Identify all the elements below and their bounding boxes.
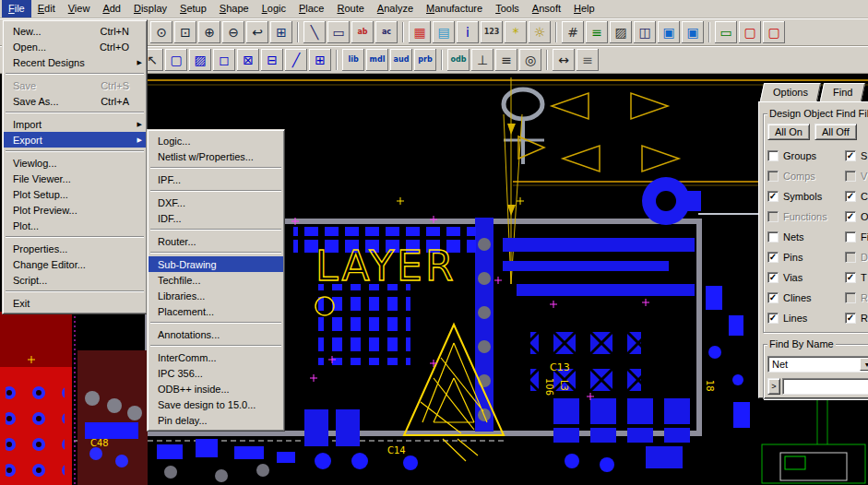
file-menu-item-exit[interactable]: Exit — [4, 295, 146, 311]
menu-place[interactable]: Place — [292, 0, 331, 18]
export-menu-item-dxf[interactable]: DXF... — [149, 195, 283, 210]
find-by-name-input[interactable] — [782, 378, 868, 395]
via-grid-button[interactable]: ⊞ — [309, 49, 331, 71]
zoom-world-button[interactable]: ⊞ — [270, 21, 292, 43]
zoom-in-button[interactable]: ⊕ — [198, 21, 220, 43]
export-menu-item-netlist-w-properties[interactable]: Netlist w/Properties... — [149, 148, 283, 164]
element-info-button[interactable]: i — [457, 21, 479, 43]
zoom-fit-button[interactable]: ⊡ — [174, 21, 196, 43]
grid-toggle-button[interactable]: # — [562, 21, 584, 43]
file-menu-item-plot-preview[interactable]: Plot Preview... — [4, 202, 146, 218]
find-panel-toggle-button[interactable]: ▣ — [682, 21, 704, 43]
menu-file[interactable]: File — [2, 0, 31, 18]
drill-tool-button[interactable]: ⊥ — [471, 49, 493, 71]
file-menu-item-recent-designs[interactable]: Recent Designs▶ — [4, 54, 146, 70]
filter-checkbox-nets-col2[interactable] — [845, 231, 856, 243]
menu-analyze[interactable]: Analyze — [371, 0, 420, 18]
zoom-previous-button[interactable]: ↩ — [246, 21, 268, 43]
menu-add[interactable]: Add — [96, 0, 127, 18]
library-lib-button[interactable]: lib — [342, 49, 364, 71]
filter-checkbox-vias[interactable]: ✓ — [767, 272, 779, 283]
add-line-button[interactable]: ╲ — [303, 21, 326, 43]
export-menu-item-placement[interactable]: Placement... — [149, 303, 283, 319]
options-gear-button[interactable]: ☼ — [529, 21, 551, 43]
split-plane-button[interactable]: ⊟ — [261, 49, 283, 71]
export-menu-item-odb-inside[interactable]: ODB++ inside... — [149, 381, 283, 396]
frame-view-button[interactable]: ◻ — [213, 49, 235, 71]
report-list-button[interactable]: ≡ — [577, 49, 599, 71]
menu-shape[interactable]: Shape — [213, 0, 256, 18]
file-menu-item-export[interactable]: Export▶ — [4, 132, 146, 148]
filter-checkbox-nets[interactable] — [767, 231, 779, 243]
delete-region-button[interactable]: ⊠ — [237, 49, 259, 71]
design-status-button[interactable]: 123 — [481, 21, 503, 43]
file-menu-item-import[interactable]: Import▶ — [4, 116, 146, 132]
export-menu-item-save-design-to-15-0[interactable]: Save design to 15.0... — [149, 396, 283, 412]
red-dashed-highlight-button[interactable]: ▢ — [763, 21, 785, 43]
menu-display[interactable]: Display — [127, 0, 173, 18]
file-menu-item-plot-setup[interactable]: Plot Setup... — [4, 186, 146, 202]
all-on-button[interactable]: All On — [767, 124, 810, 140]
filter-checkbox-pins[interactable]: ✓ — [767, 252, 779, 263]
chevron-down-icon[interactable]: ▼ — [860, 358, 868, 371]
layer-stack-button[interactable]: ≡ — [586, 21, 608, 43]
file-menu-item-plot[interactable]: Plot... — [4, 218, 146, 233]
add-text-button[interactable]: ab — [351, 21, 374, 43]
find-by-name-type-select[interactable]: Net ▼ — [767, 356, 868, 373]
export-menu-item-sub-drawing[interactable]: Sub-Drawing — [149, 256, 283, 272]
export-menu-item-router[interactable]: Router... — [149, 233, 283, 249]
file-menu-item-properties[interactable]: Properties... — [4, 241, 146, 256]
export-menu-item-techfile[interactable]: Techfile... — [149, 272, 283, 288]
board-view-button[interactable]: ▭ — [715, 21, 737, 43]
filter-checkbox-functions-col2[interactable]: ✓ — [845, 211, 856, 222]
file-menu-item-change-editor[interactable]: Change Editor... — [4, 256, 146, 272]
menu-ansoft[interactable]: Ansoft — [526, 0, 567, 18]
shadow-mode-button[interactable]: ▨ — [610, 21, 632, 43]
edit-text-button[interactable]: ac — [375, 21, 398, 43]
dashed-region-button[interactable]: ▢ — [165, 49, 187, 71]
diagonal-trace-button[interactable]: ╱ — [285, 49, 307, 71]
tab-options[interactable]: Options — [760, 83, 821, 101]
filter-checkbox-groups-col2[interactable]: ✓ — [845, 150, 856, 161]
pad-designer-button[interactable]: ◎ — [519, 49, 541, 71]
odb-export-button[interactable]: odb — [447, 49, 470, 71]
file-menu-item-file-viewer[interactable]: File Viewer... — [4, 171, 146, 186]
file-menu-item-viewlog[interactable]: Viewlog... — [4, 155, 146, 171]
file-menu-item-new[interactable]: New...Ctrl+N — [4, 23, 146, 39]
measure-dimension-button[interactable]: ↔ — [553, 49, 575, 71]
export-menu-item-ipf[interactable]: IPF... — [149, 172, 283, 187]
expand-button[interactable]: > — [767, 378, 780, 395]
menu-setup[interactable]: Setup — [173, 0, 213, 18]
menu-edit[interactable]: Edit — [31, 0, 62, 18]
window-view-button[interactable]: ◫ — [634, 21, 656, 43]
export-menu-item-logic[interactable]: Logic... — [149, 133, 283, 148]
filter-checkbox-lines-col2[interactable]: ✓ — [845, 313, 856, 324]
tab-find[interactable]: Find — [820, 83, 866, 101]
export-menu-item-ipc-356[interactable]: IPC 356... — [149, 365, 283, 381]
filter-checkbox-symbols[interactable]: ✓ — [767, 191, 779, 202]
filter-checkbox-groups[interactable] — [767, 150, 779, 161]
zoom-out-button[interactable]: ⊖ — [222, 21, 244, 43]
menu-help[interactable]: Help — [567, 0, 601, 18]
export-menu-item-idf[interactable]: IDF... — [149, 210, 283, 226]
filter-checkbox-vias-col2[interactable]: ✓ — [845, 272, 856, 283]
model-mdl-button[interactable]: mdl — [366, 49, 388, 71]
file-menu-item-script[interactable]: Script... — [4, 272, 146, 288]
hatch-shape-button[interactable]: ▨ — [189, 49, 211, 71]
color-visibility-button[interactable]: ▦ — [409, 21, 431, 43]
highlight-button[interactable]: * — [505, 21, 527, 43]
menu-logic[interactable]: Logic — [256, 0, 292, 18]
options-panel-button[interactable]: ▣ — [658, 21, 680, 43]
export-menu-item-intercomm[interactable]: InterComm... — [149, 349, 283, 365]
export-menu-item-pin-delay[interactable]: Pin delay... — [149, 412, 283, 428]
color-priority-button[interactable]: ▤ — [433, 21, 455, 43]
file-menu-item-save[interactable]: SaveCtrl+S — [4, 77, 146, 93]
all-off-button[interactable]: All Off — [814, 124, 857, 140]
file-menu-item-open[interactable]: Open...Ctrl+O — [4, 39, 146, 54]
probe-prb-button[interactable]: prb — [414, 49, 436, 71]
cross-section-button[interactable]: ≡ — [495, 49, 517, 71]
export-menu-item-libraries[interactable]: Libraries... — [149, 288, 283, 303]
filter-checkbox-clines[interactable]: ✓ — [767, 292, 779, 303]
export-menu-item-annotations[interactable]: Annotations... — [149, 326, 283, 342]
menu-view[interactable]: View — [62, 0, 97, 18]
